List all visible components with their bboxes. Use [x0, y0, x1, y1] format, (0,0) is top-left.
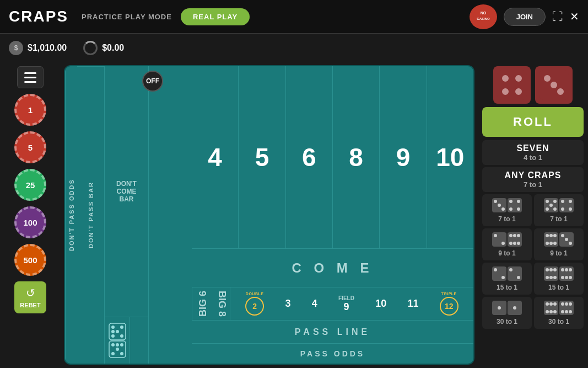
svg-point-27 — [494, 200, 497, 203]
svg-point-13 — [120, 352, 123, 355]
field-triple-12[interactable]: 12 — [440, 297, 458, 316]
dont-pass-bar-label[interactable]: DON'T PASS BAR — [77, 66, 104, 364]
number-cell-5[interactable]: 5 — [239, 66, 285, 248]
odds-cell-9to1-right[interactable]: 9 to 1 — [534, 228, 584, 260]
svg-point-61 — [549, 234, 553, 237]
any-craps-odds[interactable]: ANY CRAPS 7 to 1 — [482, 167, 584, 192]
field-10[interactable]: 10 — [375, 298, 386, 310]
odds-dice-wrap-r — [536, 198, 581, 213]
field-label: FIELD — [338, 295, 354, 301]
number-cell-10[interactable]: 10 — [427, 66, 473, 248]
odds-cell-15to1-right[interactable]: 15 to 1 — [534, 263, 584, 295]
chip-25[interactable]: 25 — [14, 169, 46, 201]
table-numbers: 4 5 6 8 9 10 C O M E BIG 6 BIG 8 DOUBLE … — [192, 66, 473, 364]
dont-come-label[interactable]: DON'TCOMEBAR — [105, 66, 148, 317]
odds-cell-15to1-left[interactable]: 15 to 1 — [482, 263, 532, 295]
svg-point-7 — [111, 334, 115, 338]
field-9[interactable]: 9 — [343, 301, 349, 312]
number-cell-9[interactable]: 9 — [380, 66, 427, 248]
pass-odds-row[interactable]: PASS ODDS — [192, 344, 473, 364]
odds-dice-wrap-30r — [536, 300, 581, 316]
field-4[interactable]: 4 — [312, 298, 317, 310]
svg-point-58 — [546, 242, 549, 245]
pending-balance-item: $0.00 — [83, 41, 124, 55]
close-button[interactable]: ✕ — [570, 10, 579, 23]
seven-label: SEVEN — [488, 143, 578, 153]
svg-point-6 — [120, 334, 123, 338]
field-3[interactable]: 3 — [285, 298, 290, 310]
balance-icon: $ — [9, 41, 23, 55]
svg-text:CASINO: CASINO — [477, 17, 490, 20]
seven-value: 4 to 1 — [488, 153, 578, 162]
numbers-row: 4 5 6 8 9 10 — [192, 66, 473, 249]
number-cell-4[interactable]: 4 — [192, 66, 239, 248]
svg-point-75 — [546, 276, 549, 279]
odds-cell-7to1-left[interactable]: 7 to 1 — [482, 194, 532, 226]
svg-point-93 — [546, 310, 549, 313]
svg-point-99 — [561, 302, 564, 306]
svg-point-54 — [513, 234, 516, 237]
svg-point-42 — [561, 200, 564, 203]
svg-point-64 — [561, 234, 564, 237]
double-label: DOUBLE — [246, 292, 264, 296]
mini-die-r2 — [559, 198, 574, 213]
dice-col — [105, 317, 130, 364]
svg-point-79 — [549, 276, 553, 279]
die-2 — [535, 66, 573, 104]
chip-sidebar: 1 5 25 100 500 ↺ REBET — [0, 62, 61, 368]
big-8-bet[interactable]: BIG 8 — [214, 287, 230, 320]
any-craps-value: 7 to 1 — [488, 180, 578, 189]
mini-die-9l2 — [507, 232, 522, 247]
odds-row-9to1: 9 to 1 — [482, 228, 584, 260]
field-double-2[interactable]: 2 — [245, 297, 264, 316]
svg-point-23 — [544, 75, 551, 82]
chip-5-value: 5 — [28, 143, 33, 152]
chip-5[interactable]: 5 — [14, 131, 46, 163]
die-1 — [493, 66, 531, 104]
mini-die-30l1 — [492, 300, 507, 316]
odds-row-30to1: 30 to 1 — [482, 297, 584, 329]
odds-cell-30to1-left[interactable]: 30 to 1 — [482, 297, 532, 329]
rebet-button[interactable]: ↺ REBET — [14, 281, 46, 313]
odds-15to1-left-value: 15 to 1 — [484, 284, 530, 291]
chip-1[interactable]: 1 — [14, 94, 46, 126]
join-button[interactable]: JOIN — [504, 8, 546, 26]
main-content: 1 5 25 100 500 ↺ REBET OFF DON'T PASS OD… — [0, 62, 588, 368]
odds-cell-9to1-left[interactable]: 9 to 1 — [482, 228, 532, 260]
odds-cell-7to1-right[interactable]: 7 to 1 — [534, 194, 584, 226]
svg-point-24 — [551, 82, 557, 88]
field-numbers: DOUBLE 2 3 4 FIELD 9 10 11 TRIPLE — [230, 287, 473, 320]
come-row[interactable]: C O M E — [192, 249, 473, 287]
svg-point-97 — [549, 310, 553, 313]
mini-die-15l2 — [507, 266, 522, 281]
number-cell-6[interactable]: 6 — [286, 66, 333, 248]
odds-7to1-right-value: 7 to 1 — [536, 215, 581, 223]
fullscreen-button[interactable]: ⛶ — [552, 10, 563, 23]
svg-point-33 — [517, 200, 520, 203]
roll-button[interactable]: ROLL — [482, 107, 584, 137]
svg-point-81 — [561, 268, 564, 271]
svg-point-102 — [569, 310, 572, 313]
mini-die-30r2 — [559, 300, 574, 316]
chip-100[interactable]: 100 — [14, 206, 46, 238]
odds-cell-30to1-right[interactable]: 30 to 1 — [534, 297, 584, 329]
svg-point-71 — [509, 268, 513, 271]
pass-line-row[interactable]: PASS LINE — [192, 321, 473, 344]
svg-point-55 — [513, 242, 516, 245]
number-cell-8[interactable]: 8 — [333, 66, 380, 248]
dice-icon-2 — [109, 340, 126, 358]
chip-100-value: 100 — [23, 218, 37, 227]
svg-point-60 — [553, 242, 557, 245]
field-11[interactable]: 11 — [408, 298, 419, 310]
any-craps-label: ANY CRAPS — [488, 170, 578, 180]
casino-logo: NO CASINO — [470, 4, 497, 29]
svg-point-4 — [111, 326, 115, 329]
svg-point-0 — [473, 7, 493, 26]
seven-odds[interactable]: SEVEN 4 to 1 — [482, 140, 584, 165]
big-6-bet[interactable]: BIG 6 — [192, 287, 214, 320]
svg-point-29 — [501, 207, 505, 211]
chip-500[interactable]: 500 — [14, 244, 46, 276]
real-play-button[interactable]: REAL PLAY — [181, 8, 250, 25]
svg-point-20 — [502, 88, 509, 95]
menu-button[interactable] — [17, 66, 44, 88]
